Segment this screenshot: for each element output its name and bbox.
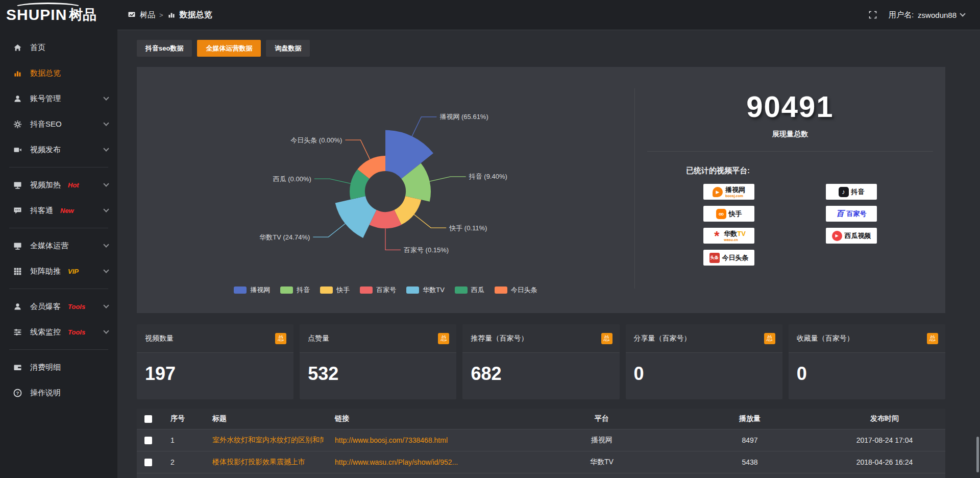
scrollbar-thumb[interactable]	[976, 437, 979, 472]
platform-chip-boosj: ▶播视网boosj.com	[703, 184, 754, 200]
tab-bar: 抖音seo数据全媒体运营数据询盘数据	[137, 40, 980, 57]
sidebar-item-label: 视频加热	[30, 180, 61, 190]
stat-card-1: 点赞量总532	[300, 324, 456, 399]
pie-label-百家号: 百家号 (0.15%)	[404, 246, 449, 254]
sidebar-item-label: 会员爆客	[30, 302, 61, 312]
sidebar-divider	[9, 349, 108, 350]
select-all-checkbox[interactable]	[144, 415, 152, 423]
pie-label-今日头条: 今日头条 (0.00%)	[290, 136, 342, 144]
stat-card-0: 视频数量总197	[137, 324, 293, 399]
question-icon: ?	[13, 389, 22, 397]
sidebar-item-label: 抖客通	[30, 206, 53, 216]
legend-item-百家号[interactable]: 百家号	[360, 285, 396, 295]
toutiao-logo-icon: 头条	[709, 253, 720, 263]
tab-1[interactable]: 全媒体运营数据	[197, 40, 261, 57]
legend-item-抖音[interactable]: 抖音	[280, 285, 310, 295]
pie-label-抖音: 抖音 (9.40%)	[469, 173, 507, 180]
stat-card-header: 分享量（百家号）总	[626, 324, 782, 353]
legend-swatch	[455, 286, 468, 294]
sidebar-item-account-manage[interactable]: 账号管理	[0, 86, 117, 111]
stat-card-title: 收藏量（百家号）	[797, 334, 854, 343]
tab-2[interactable]: 询盘数据	[266, 40, 310, 57]
kuaishou-logo-icon: oo	[716, 209, 726, 219]
stat-card-value: 0	[789, 353, 945, 385]
sidebar-item-tag: Tools	[68, 328, 85, 336]
wallet-icon	[13, 363, 22, 372]
cell-num: 1	[159, 436, 201, 444]
tab-0[interactable]: 抖音seo数据	[137, 40, 192, 57]
total-badge[interactable]: 总	[764, 333, 775, 344]
column-header: 序号	[159, 414, 201, 423]
sidebar-item-home[interactable]: 首页	[0, 35, 117, 60]
sidebar-item-douketong[interactable]: 抖客通New	[0, 198, 117, 223]
sidebar-item-clue-monitor[interactable]: 线索监控Tools	[0, 319, 117, 345]
chart-legend: 播视网抖音快手百家号华数TV西瓜今日头条	[137, 285, 634, 295]
sidebar-item-douyin-seo[interactable]: 抖音SEO	[0, 111, 117, 137]
legend-item-今日头条[interactable]: 今日头条	[495, 285, 537, 295]
legend-item-华数TV[interactable]: 华数TV	[406, 285, 445, 295]
sidebar-item-tag: VIP	[68, 268, 79, 275]
table-row: 2楼体投影灯投影效果震撼上市http://www.wasu.cn/Play/sh…	[137, 451, 945, 473]
app-logo[interactable]: SHUPIN 树品	[0, 0, 117, 30]
chat-icon	[13, 206, 22, 215]
chevron-down-icon	[103, 120, 109, 126]
fullscreen-icon[interactable]	[868, 10, 877, 19]
sidebar-item-label: 矩阵助推	[30, 267, 61, 276]
column-header: 标题	[201, 414, 324, 423]
horizontal-divider	[647, 151, 933, 152]
platform-chip-grid: ▶播视网boosj.com♪抖音oo快手百百家号*华数TVwasu.cn▶西瓜视…	[635, 184, 945, 266]
pie-label-快手: 快手 (0.11%)	[449, 224, 487, 232]
column-header: 链接	[324, 414, 528, 423]
video-title-link[interactable]: 室外水纹灯和室内水纹灯的区别和简介	[212, 436, 324, 444]
pie-label-line	[412, 117, 436, 136]
stat-card-header: 推荐量（百家号）总	[462, 324, 619, 353]
sidebar-item-video-heat[interactable]: 视频加热Hot	[0, 172, 117, 198]
sliders-icon	[13, 328, 22, 337]
table-row: 1室外水纹灯和室内水纹灯的区别和简介http://www.boosj.com/7…	[137, 429, 945, 451]
stat-card-title: 视频数量	[145, 334, 174, 343]
total-badge[interactable]: 总	[275, 333, 286, 344]
chevron-down-icon	[103, 94, 109, 100]
sidebar-item-video-publish[interactable]: 视频发布	[0, 137, 117, 162]
pie-label-播视网: 播视网 (65.61%)	[439, 113, 488, 121]
sidebar-item-consume-detail[interactable]: 消费明细	[0, 354, 117, 380]
sidebar-item-matrix-boost[interactable]: 矩阵助推VIP	[0, 258, 117, 284]
platform-chip-wasu: *华数TVwasu.cn	[703, 228, 754, 244]
pie-label-line	[313, 224, 345, 237]
video-url-link[interactable]: http://www.boosj.com/7338468.html	[335, 436, 448, 444]
legend-item-快手[interactable]: 快手	[320, 285, 350, 295]
stat-card-4: 收藏量（百家号）总0	[789, 324, 945, 399]
sidebar-menu: 首页数据总览账号管理抖音SEO视频发布视频加热Hot抖客通New全媒体运营矩阵助…	[0, 30, 117, 405]
breadcrumb-root[interactable]: 树品	[140, 10, 155, 20]
legend-item-播视网[interactable]: 播视网	[234, 285, 270, 295]
total-badge[interactable]: 总	[438, 333, 449, 344]
legend-item-西瓜[interactable]: 西瓜	[455, 285, 484, 295]
pie-slice-华数TV[interactable]	[335, 196, 377, 238]
pie-label-华数TV: 华数TV (24.74%)	[259, 233, 310, 241]
video-title-link[interactable]: 楼体投影灯投影效果震撼上市	[212, 458, 305, 466]
chevron-down-icon	[103, 302, 109, 308]
pie-label-line	[430, 177, 466, 181]
row-checkbox[interactable]	[144, 459, 152, 466]
bar-chart-icon	[167, 11, 176, 19]
legend-swatch	[406, 286, 419, 294]
sidebar-item-tag: New	[60, 207, 74, 214]
stat-card-value: 682	[462, 353, 619, 385]
row-checkbox[interactable]	[144, 437, 152, 444]
legend-label: 今日头条	[511, 285, 537, 295]
user-menu[interactable]: 用户名: zswodun88	[889, 10, 965, 20]
video-url-link[interactable]: http://www.wasu.cn/Play/show/id/952...	[335, 458, 458, 466]
sidebar-item-all-media[interactable]: 全媒体运营	[0, 233, 117, 258]
sidebar-divider	[9, 289, 108, 289]
breadcrumb: 树品 > 数据总览	[128, 10, 212, 20]
stat-card-title: 点赞量	[308, 334, 329, 343]
total-badge[interactable]: 总	[927, 333, 938, 344]
sidebar-item-label: 视频发布	[30, 145, 61, 155]
boosj-logo-icon: ▶	[713, 187, 723, 197]
legend-label: 华数TV	[423, 285, 445, 295]
total-badge[interactable]: 总	[601, 333, 612, 344]
sidebar-item-member-burst[interactable]: 会员爆客Tools	[0, 294, 117, 319]
cell-platform: 播视网	[528, 436, 676, 445]
sidebar-item-data-overview[interactable]: 数据总览	[0, 60, 117, 86]
sidebar-item-help[interactable]: ?操作说明	[0, 380, 117, 405]
